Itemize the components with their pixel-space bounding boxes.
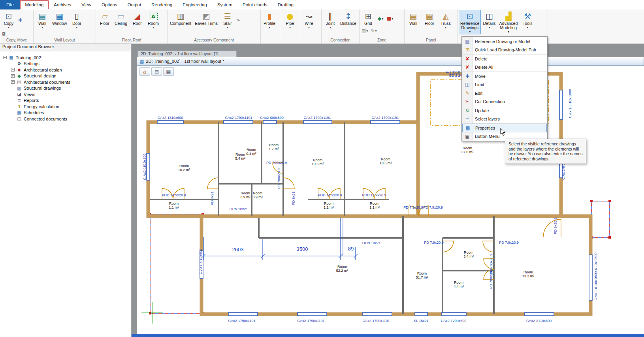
ribbon-button[interactable]: Copy [1,10,17,30]
ribbon-button[interactable]: Tools [520,10,535,34]
tree-expander-icon[interactable]: + [11,80,15,84]
menu-item-icon [462,82,473,87]
tree-item-label: Schedules [24,110,44,115]
ribbon-button[interactable]: Ceiling [113,10,129,30]
ribbon-button[interactable]: Room [145,10,161,30]
menu-item-label: Delete All [473,65,493,70]
ribbon-button[interactable]: Profile [262,10,277,30]
ribbon-button[interactable]: Details [481,10,497,34]
ribbon-button[interactable] [377,10,385,27]
menu-item[interactable]: View [76,0,96,9]
menu-item[interactable]: File [0,0,20,9]
menu-item-label: Reference Drawing or Model [473,39,530,44]
ribbon-group: Profile [261,9,281,43]
menu-item[interactable]: Rendering [146,0,177,9]
menu-item[interactable]: Quick Load Drawing-Model Pair [462,46,547,55]
ribbon-button[interactable]: Floor [422,10,437,30]
menu-item[interactable]: Modeling [20,0,49,9]
menu-item[interactable]: Move [462,72,547,81]
ribbon-button[interactable]: Floor [97,10,113,30]
tree-item[interactable]: − Training_002` [0,55,131,61]
drawing-canvas[interactable] [137,65,644,334]
ribbon-button-icon [102,11,107,21]
menu-item-icon [463,125,473,131]
ribbon-button[interactable] [360,27,369,34]
tree-item[interactable]: Schedules [0,110,131,116]
ribbon-button[interactable]: Distance [339,10,358,30]
view-tool-button[interactable] [139,67,150,76]
menu-item[interactable]: Delete All [462,63,547,72]
ribbon-button[interactable] [17,10,26,30]
canvas-area: 2D: Training_002` - 1st floor wall layou… [132,43,644,337]
tree-item[interactable]: Connected documents [0,116,131,122]
menu-item[interactable]: Output [122,0,147,9]
tree-item[interactable]: Energy calculation [0,104,131,110]
menu-item-label: Update [473,108,489,113]
ribbon-button[interactable]: Reference Drawings [459,10,481,34]
tree-item[interactable]: + Architectural design [0,67,131,73]
view-tool-button[interactable] [151,67,162,76]
ribbon-button[interactable]: Roof [129,10,145,30]
menu-item[interactable]: Options [96,0,122,9]
ribbon-button[interactable]: Advanced Modeling [498,10,520,34]
ribbon-group-label: Zone [360,38,403,43]
menu-item[interactable]: Cut Connection [462,98,547,107]
menu-item[interactable]: Edit [462,89,547,98]
menu-item[interactable]: Drafting [273,0,299,9]
ribbon-button[interactable]: Wall [34,10,50,30]
ribbon-button-label: Joint [326,21,335,26]
menu-item[interactable]: Engineering [177,0,212,9]
ribbon-button[interactable] [236,10,245,30]
ribbon-button-label: Roof [133,21,141,26]
tree-expander-icon[interactable]: + [11,68,15,72]
tree-item[interactable]: Settings [0,61,131,67]
ribbon-button-label: Wire [305,21,313,26]
menu-item[interactable]: Archives [49,0,76,9]
tree-item[interactable]: + Structural design [0,73,131,79]
ribbon-button[interactable]: Truss [438,10,454,30]
view-tool-button[interactable] [163,67,174,76]
ribbon-button-label: Copy [4,21,14,26]
menu-item[interactable]: Delete [462,55,547,63]
ribbon-group-label: Accessory Component [168,38,260,43]
tree-item[interactable]: Reports [0,98,131,104]
menu-item[interactable]: Limit [462,81,547,89]
menu-item[interactable]: System [212,0,237,9]
ribbon-button[interactable] [386,10,394,27]
tree-item-label: Structural drawings [24,86,61,90]
ribbon-button[interactable]: Grid [360,10,376,27]
ribbon-button-label: Door [72,21,81,26]
menu-item-label: Select layers [473,117,500,121]
ribbon-button[interactable]: Door [69,10,85,30]
ribbon-button-label: Stair [223,21,232,26]
document-tree: − Training_002` Settings + Architectural… [0,51,131,122]
tree-expander-icon[interactable]: + [11,74,15,78]
ribbon-button[interactable]: Stair [220,10,235,30]
ribbon-button-icon [203,11,210,21]
ribbon-button[interactable]: Wire [301,10,317,30]
ribbon-button[interactable]: Window [51,10,68,30]
menu-item[interactable]: Point clouds [237,0,273,9]
ribbon-button[interactable]: Component [168,10,193,30]
ribbon-button[interactable] [1,30,9,38]
dropdown-arrow-icon [382,17,383,20]
tree-item[interactable]: Views [0,91,131,98]
ribbon-button[interactable] [369,27,378,34]
ribbon-group: Pipe [281,9,300,43]
ribbon-button[interactable]: Eaves Trims [193,10,219,30]
ribbon-button[interactable]: Wall [405,10,421,30]
ribbon-button-icon [117,11,125,21]
menu-item[interactable]: Select layers [462,115,547,124]
tree-item[interactable]: Structural drawings [0,85,131,92]
ribbon-button[interactable]: Pipe [282,10,298,30]
menu-item[interactable]: Update [462,106,547,115]
tree-item[interactable]: + Architectural documents [0,79,131,85]
ribbon-group-label: Copy, Move [1,38,32,43]
menu-item[interactable]: Properties [462,124,547,132]
tree-expander-icon[interactable]: − [3,56,7,59]
ribbon-button-label: Ceiling [115,21,127,26]
drawing-window-titlebar[interactable]: 2D: Training_002` - 1st floor wall layou… [137,57,644,66]
ribbon-button-icon [362,28,366,34]
ribbon-button[interactable]: Joint [322,10,338,30]
menu-item[interactable]: Reference Drawing or Model [462,37,547,46]
